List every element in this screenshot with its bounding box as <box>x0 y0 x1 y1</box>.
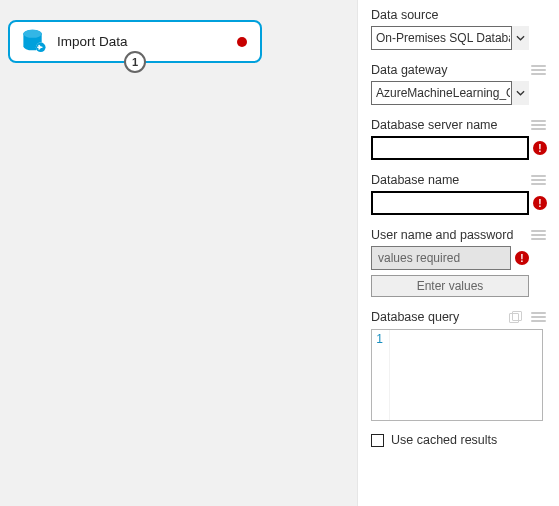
use-cached-checkbox[interactable] <box>371 434 384 447</box>
line-number: 1 <box>372 330 390 420</box>
error-icon <box>237 37 247 47</box>
field-use-cached: Use cached results <box>371 433 546 447</box>
error-icon: ! <box>533 141 547 155</box>
module-title: Import Data <box>57 34 237 49</box>
database-query-label: Database query <box>371 310 459 324</box>
experiment-canvas[interactable]: Import Data 1 <box>0 0 358 506</box>
field-db-server: Database server name ! <box>371 116 546 160</box>
data-source-label: Data source <box>371 8 438 22</box>
db-server-input[interactable] <box>371 136 529 160</box>
enter-values-button[interactable]: Enter values <box>371 275 529 297</box>
module-import-data[interactable]: Import Data 1 <box>8 20 262 63</box>
use-cached-label: Use cached results <box>391 433 497 447</box>
query-text[interactable] <box>390 330 542 420</box>
properties-panel: Data source On-Premises SQL Database Dat… <box>358 0 559 506</box>
svg-text:!: ! <box>520 253 523 264</box>
db-server-label: Database server name <box>371 118 497 132</box>
database-icon <box>20 28 47 55</box>
hamburger-icon[interactable] <box>531 65 546 75</box>
error-icon: ! <box>515 251 529 265</box>
field-data-gateway: Data gateway AzureMachineLearning_On <box>371 61 546 105</box>
popout-icon[interactable] <box>509 311 522 323</box>
db-name-input[interactable] <box>371 191 529 215</box>
output-port-1[interactable]: 1 <box>124 51 146 73</box>
credentials-label: User name and password <box>371 228 513 242</box>
db-name-label: Database name <box>371 173 459 187</box>
hamburger-icon[interactable] <box>531 230 546 240</box>
svg-point-1 <box>23 30 41 38</box>
data-gateway-select[interactable]: AzureMachineLearning_On <box>371 81 529 105</box>
svg-text:!: ! <box>538 143 541 154</box>
error-icon: ! <box>533 196 547 210</box>
hamburger-icon[interactable] <box>531 120 546 130</box>
database-query-editor[interactable]: 1 <box>371 329 543 421</box>
hamburger-icon[interactable] <box>531 312 546 322</box>
data-source-select[interactable]: On-Premises SQL Database <box>371 26 529 50</box>
svg-text:!: ! <box>538 198 541 209</box>
field-credentials: User name and password values required !… <box>371 226 546 297</box>
hamburger-icon[interactable] <box>531 175 546 185</box>
data-gateway-label: Data gateway <box>371 63 447 77</box>
field-db-name: Database name ! <box>371 171 546 215</box>
field-database-query: Database query 1 <box>371 308 546 421</box>
credentials-status: values required <box>371 246 511 270</box>
field-data-source: Data source On-Premises SQL Database <box>371 6 546 50</box>
